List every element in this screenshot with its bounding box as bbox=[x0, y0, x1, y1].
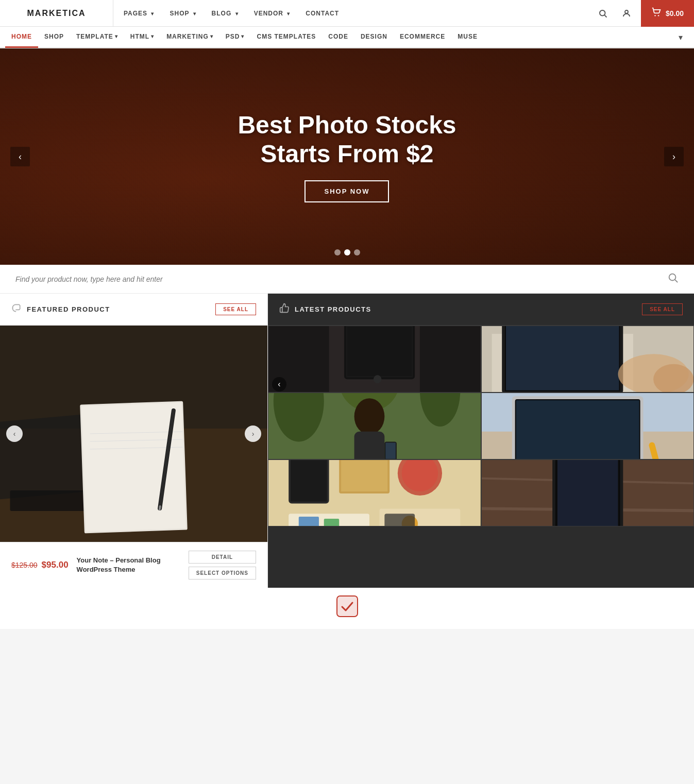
hero-cta-button[interactable]: SHOP NOW bbox=[304, 180, 389, 202]
nav-blog[interactable]: BLOG ▾ bbox=[212, 10, 239, 17]
list-item[interactable] bbox=[481, 326, 695, 393]
svg-rect-62 bbox=[299, 517, 319, 526]
second-navbar: HOME SHOP TEMPLATE ▾ HTML ▾ MARKETING ▾ … bbox=[0, 27, 694, 48]
product-name-area: Your Note – Personal Blog WordPress Them… bbox=[77, 556, 180, 574]
svg-point-5 bbox=[669, 274, 676, 281]
old-price: $125.00 bbox=[11, 561, 38, 569]
list-item[interactable] bbox=[481, 393, 695, 459]
svg-rect-74 bbox=[557, 460, 618, 526]
nav-marketing[interactable]: MARKETING ▾ bbox=[160, 26, 219, 48]
svg-rect-57 bbox=[341, 460, 387, 491]
svg-point-2 bbox=[625, 10, 628, 13]
list-item[interactable] bbox=[481, 459, 695, 526]
latest-header: LATEST PRODUCTS SEE ALL bbox=[268, 294, 694, 326]
svg-point-4 bbox=[658, 15, 659, 16]
nav-shop-top[interactable]: SHOP ▾ bbox=[170, 10, 196, 17]
top-navbar: MARKETICA PAGES ▾ SHOP ▾ BLOG ▾ VENDOR ▾… bbox=[0, 0, 694, 27]
svg-rect-65 bbox=[384, 514, 415, 526]
chevron-down-icon: ▾ bbox=[115, 33, 118, 39]
chevron-down-icon: ▾ bbox=[151, 33, 154, 39]
chevron-down-icon: ▾ bbox=[193, 11, 196, 16]
detail-button[interactable]: DETAIL bbox=[189, 551, 256, 564]
hero-dot-1[interactable] bbox=[334, 249, 341, 255]
cart-total: $0.00 bbox=[666, 9, 684, 18]
price-area: $125.00 $95.00 bbox=[11, 560, 69, 570]
chevron-down-icon: ▾ bbox=[235, 11, 239, 16]
svg-rect-63 bbox=[324, 519, 339, 526]
latest-prev-button[interactable]: ‹ bbox=[272, 377, 286, 391]
nav-muse[interactable]: MUSE bbox=[451, 26, 484, 48]
hero-banner: ‹ Best Photo StocksStarts From $2 SHOP N… bbox=[0, 48, 694, 265]
list-item[interactable] bbox=[268, 459, 481, 526]
top-nav-links: PAGES ▾ SHOP ▾ BLOG ▾ VENDOR ▾ CONTACT bbox=[113, 10, 588, 17]
list-item[interactable] bbox=[268, 326, 481, 393]
cart-button[interactable]: $0.00 bbox=[641, 0, 694, 27]
nav-psd[interactable]: PSD ▾ bbox=[219, 26, 251, 48]
svg-rect-41 bbox=[354, 432, 385, 459]
featured-section: FEATURED PRODUCT SEE ALL bbox=[0, 294, 268, 588]
nav-design[interactable]: DESIGN bbox=[354, 26, 394, 48]
svg-line-6 bbox=[675, 280, 678, 282]
svg-rect-48 bbox=[516, 400, 639, 459]
nav-html[interactable]: HTML ▾ bbox=[124, 26, 160, 48]
svg-rect-43 bbox=[385, 442, 396, 458]
search-bar bbox=[0, 265, 694, 294]
svg-rect-55 bbox=[291, 460, 327, 502]
latest-title: LATEST PRODUCTS bbox=[279, 303, 371, 316]
hero-next-button[interactable]: › bbox=[664, 147, 684, 166]
product-actions: DETAIL SELECT OPTIONS bbox=[189, 551, 256, 580]
bottom-section bbox=[0, 588, 694, 629]
featured-title: FEATURED PRODUCT bbox=[11, 303, 110, 316]
nav-shop[interactable]: SHOP bbox=[38, 26, 70, 48]
featured-product-info: $125.00 $95.00 Your Note – Personal Blog… bbox=[0, 542, 267, 588]
svg-rect-24 bbox=[347, 327, 412, 376]
chevron-down-icon: ▾ bbox=[241, 33, 244, 39]
nav-ecommerce[interactable]: ECOMMERCE bbox=[394, 26, 451, 48]
featured-see-all-button[interactable]: SEE ALL bbox=[215, 303, 256, 315]
carousel-prev-button[interactable]: ‹ bbox=[6, 425, 23, 442]
latest-see-all-button[interactable]: SEE ALL bbox=[642, 303, 683, 315]
nav-code[interactable]: CODE bbox=[322, 26, 354, 48]
list-item[interactable] bbox=[268, 393, 481, 459]
product-name: Your Note – Personal Blog WordPress Them… bbox=[77, 556, 180, 574]
svg-point-3 bbox=[654, 15, 655, 16]
thumbsup-icon bbox=[279, 303, 290, 316]
nav-contact[interactable]: CONTACT bbox=[306, 10, 339, 17]
svg-rect-76 bbox=[337, 596, 357, 616]
svg-rect-30 bbox=[506, 326, 619, 390]
products-row: FEATURED PRODUCT SEE ALL bbox=[0, 294, 694, 588]
svg-point-25 bbox=[374, 375, 382, 383]
hero-content: Best Photo StocksStarts From $2 SHOP NOW bbox=[238, 111, 456, 202]
chevron-down-icon: ▾ bbox=[151, 11, 154, 16]
user-icon[interactable] bbox=[617, 4, 636, 23]
hero-dot-2[interactable] bbox=[344, 249, 350, 255]
search-submit-icon[interactable] bbox=[667, 272, 679, 286]
latest-section: LATEST PRODUCTS SEE ALL bbox=[268, 294, 694, 588]
hero-title: Best Photo StocksStarts From $2 bbox=[238, 111, 456, 167]
carousel-next-button[interactable]: › bbox=[245, 425, 261, 442]
featured-carousel: ‹ › bbox=[0, 326, 267, 542]
svg-point-40 bbox=[354, 398, 385, 435]
more-nav-icon[interactable]: ▾ bbox=[672, 32, 689, 42]
search-icon-top[interactable] bbox=[594, 4, 612, 23]
nav-home[interactable]: HOME bbox=[5, 26, 38, 48]
latest-products-grid bbox=[268, 326, 694, 526]
svg-point-0 bbox=[600, 10, 605, 16]
nav-pages[interactable]: PAGES ▾ bbox=[124, 10, 154, 17]
logo-text: MARKETICA bbox=[27, 9, 86, 18]
hero-prev-button[interactable]: ‹ bbox=[10, 147, 30, 166]
chevron-down-icon: ▾ bbox=[287, 11, 290, 16]
nav-vendor[interactable]: VENDOR ▾ bbox=[254, 10, 291, 17]
new-price: $95.00 bbox=[42, 560, 69, 570]
top-nav-icons bbox=[588, 4, 641, 23]
nav-template[interactable]: TEMPLATE ▾ bbox=[70, 26, 124, 48]
chevron-down-icon: ▾ bbox=[210, 33, 213, 39]
search-input[interactable] bbox=[15, 275, 667, 283]
hero-dot-3[interactable] bbox=[354, 249, 360, 255]
megaphone-icon bbox=[11, 303, 22, 316]
select-options-button[interactable]: SELECT OPTIONS bbox=[189, 567, 256, 580]
featured-product-image: ‹ › bbox=[0, 326, 267, 542]
nav-cms-templates[interactable]: CMS TEMPLATES bbox=[250, 26, 322, 48]
logo[interactable]: MARKETICA bbox=[0, 0, 113, 26]
cart-icon bbox=[651, 7, 662, 19]
